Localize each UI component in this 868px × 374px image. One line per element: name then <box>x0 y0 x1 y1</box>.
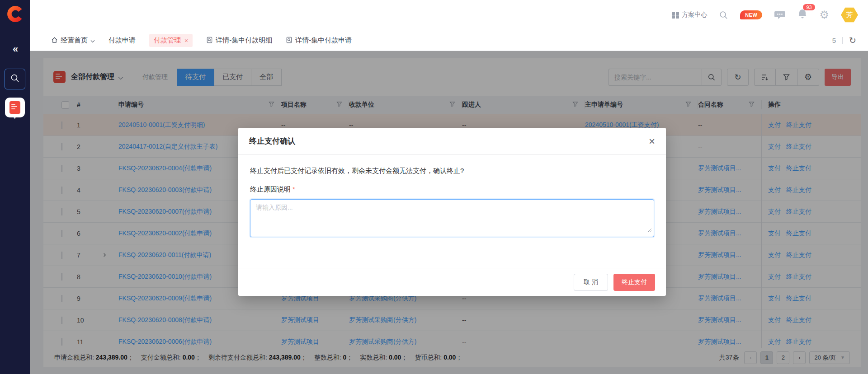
reason-field-label: 终止原因说明* <box>250 185 654 194</box>
notifications-button[interactable]: 93 <box>797 9 807 21</box>
grid-icon <box>672 12 679 19</box>
open-tab[interactable]: 付款管理× <box>149 34 193 47</box>
app-logo-icon <box>6 5 24 23</box>
open-tab[interactable]: 详情-集中付款申请 <box>286 36 352 45</box>
tab-label: 付款管理 <box>154 36 181 45</box>
confirm-terminate-button[interactable]: 终止支付 <box>613 274 655 291</box>
sidebar-collapse-button[interactable]: « <box>0 43 30 55</box>
tab-label: 详情-集中付款申请 <box>295 36 352 45</box>
messages-icon[interactable] <box>774 9 786 20</box>
sidebar-search-button[interactable] <box>5 69 25 89</box>
required-mark: * <box>292 185 295 193</box>
solution-center-label: 方案中心 <box>682 11 707 19</box>
open-tabs-bar: 经营首页付款申请付款管理×详情-集中付款明细详情-集中付款申请 5 ↻ <box>30 30 868 51</box>
dialog-title: 终止支付确认 <box>249 136 295 146</box>
top-header: 方案中心 NEW 93 ⚙ 芳 <box>30 0 868 30</box>
detail-doc-icon <box>286 37 292 45</box>
open-tab[interactable]: 付款申请 <box>108 36 136 45</box>
dialog-message: 终止支付后已支付记录依旧有效，剩余未支付金额无法支付，确认终止? <box>250 167 654 175</box>
tab-count: 5 <box>832 37 836 44</box>
open-tab[interactable]: 详情-集中付款明细 <box>206 36 272 45</box>
open-tab[interactable]: 经营首页 <box>51 36 95 45</box>
close-tab-icon[interactable]: × <box>184 37 188 44</box>
refresh-tab-icon[interactable]: ↻ <box>849 35 856 46</box>
chevron-down-icon[interactable] <box>90 37 95 44</box>
tab-label: 经营首页 <box>61 36 88 45</box>
close-icon[interactable]: × <box>649 136 655 147</box>
search-icon <box>10 73 20 85</box>
global-search-icon[interactable] <box>719 10 728 20</box>
settings-gear-icon[interactable]: ⚙ <box>819 9 829 21</box>
payment-module-icon: ¥ <box>9 101 20 114</box>
detail-doc-icon <box>206 37 213 45</box>
reason-textarea[interactable] <box>250 199 654 237</box>
tab-label: 付款申请 <box>108 36 136 45</box>
solution-center-button[interactable]: 方案中心 <box>672 11 707 19</box>
sidebar: « ¥ <box>0 0 30 374</box>
sidebar-item-payment-module[interactable]: ¥ <box>5 98 25 117</box>
new-badge[interactable]: NEW <box>740 10 762 19</box>
avatar[interactable]: 芳 <box>841 7 858 23</box>
tab-label: 详情-集中付款明细 <box>216 36 272 45</box>
terminate-payment-dialog: 终止支付确认 × 终止支付后已支付记录依旧有效，剩余未支付金额无法支付，确认终止… <box>238 128 666 296</box>
cancel-button[interactable]: 取 消 <box>574 274 608 291</box>
divider <box>842 37 843 44</box>
tab-list: 经营首页付款申请付款管理×详情-集中付款明细详情-集中付款申请 <box>51 34 352 47</box>
home-icon <box>51 37 58 45</box>
notification-count-badge: 93 <box>803 4 815 10</box>
